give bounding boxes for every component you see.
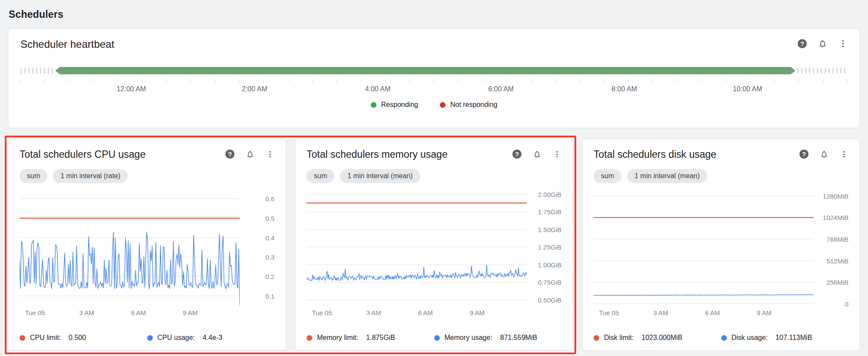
add-alert-bell-icon[interactable] [818,39,827,48]
legend-item-limit: CPU limit: 0.500 [20,334,147,342]
add-alert-bell-icon[interactable] [820,150,828,159]
help-icon[interactable]: ? [512,150,521,159]
card-actions: ? [225,150,274,159]
nodata-ticks-left [20,68,55,73]
card-actions: ? [798,39,848,48]
legend-item-limit: Disk limit: 1023.000MiB [594,334,721,342]
legend-item-responding: Responding [371,101,418,109]
y-tick-label: 0.75GiB [538,279,561,286]
y-tick-label: 0.1 [265,292,274,299]
legend-value: 4.4e-3 [203,334,222,342]
x-tick-label: 6 AM [131,309,146,316]
x-tick-label: 9 AM [757,309,772,316]
more-options-icon[interactable] [838,39,848,48]
usage-dot-icon [434,335,440,341]
legend-label: Disk limit: [604,334,634,342]
more-options-icon[interactable] [840,150,848,159]
y-tick-label: 1280MiB [823,192,848,200]
interval-chip[interactable]: 1 min interval (mean) [627,169,707,183]
x-tick-label: Tue 05 [312,309,332,316]
x-axis-labels: Tue 05 3 AM 6 AM 9 AM [307,309,527,319]
aggregation-chip[interactable]: sum [307,169,334,183]
legend-label: CPU limit: [30,334,61,342]
add-alert-bell-icon[interactable] [533,150,541,159]
legend-item-usage: CPU usage: 4.4e-3 [147,334,275,342]
x-tick-label: 6 AM [705,309,720,316]
add-alert-bell-icon[interactable] [246,150,254,159]
time-label: 4:00 AM [365,85,391,93]
aggregation-chip[interactable]: sum [20,169,47,183]
x-axis-labels: Tue 05 3 AM 6 AM 9 AM [20,309,240,319]
page-title: Schedulers [9,9,860,20]
y-tick-label: 0.2 [265,273,274,280]
legend-item-not-responding: Not responding [440,101,498,109]
not-responding-dot-icon [440,102,446,108]
y-tick-label: 0.6 [265,195,274,203]
limit-dot-icon [594,335,599,341]
usage-dot-icon [721,335,727,341]
chart-card-memory-usage: Total schedulers memory usage ? sum 1 mi… [295,139,573,351]
time-label: 12:00 AM [116,85,146,93]
help-icon[interactable]: ? [798,39,807,48]
help-icon[interactable]: ? [225,150,234,159]
heartbeat-bar-responding [55,67,795,74]
interval-chip[interactable]: 1 min interval (mean) [340,169,420,183]
help-icon[interactable]: ? [799,150,809,159]
y-tick-label: 1.00GiB [538,261,561,268]
legend-label: Memory limit: [317,334,358,342]
y-tick-label: 0.3 [265,253,274,261]
x-tick-label: Tue 05 [599,309,619,316]
chart-legend: Memory limit: 1.875GiB Memory usage: 871… [307,328,561,342]
responding-dot-icon [371,102,376,108]
x-tick-label: 3 AM [366,309,381,316]
time-label: 8:00 AM [611,85,637,93]
memory-usage-plot [307,190,527,306]
y-tick-label: 512MiB [826,257,848,264]
time-label: 6:00 AM [488,85,514,93]
card-actions: ? [512,150,561,159]
y-axis-labels: 2.00GiB1.75GiB1.50GiB1.25GiB1.00GiB0.75G… [527,190,561,306]
time-label: 10:00 AM [733,85,762,93]
heartbeat-timeline [20,67,848,74]
legend-item-usage: Memory usage: 871.559MiB [434,334,562,342]
disk-usage-plot [594,190,814,306]
card-actions: ? [799,150,848,159]
charts-row: Total schedulers CPU usage ? sum 1 min i… [8,139,860,351]
y-tick-label: 1.50GiB [538,226,561,233]
legend-label: Responding [381,101,418,109]
y-tick-label: 1024MiB [823,214,848,221]
y-tick-label: 768MiB [826,236,848,243]
y-axis-labels: 1280MiB1024MiB768MiB512MiB256MiB0 [814,190,848,306]
interval-chip[interactable]: 1 min interval (rate) [53,169,128,183]
x-axis-labels: Tue 05 3 AM 6 AM 9 AM [594,309,814,319]
cpu-usage-plot [20,190,240,306]
x-tick-label: 9 AM [183,309,198,316]
chart-legend: CPU limit: 0.500 CPU usage: 4.4e-3 [20,328,274,342]
chart-title: Total schedulers disk usage [594,149,716,160]
chart-card-cpu-usage: Total schedulers CPU usage ? sum 1 min i… [8,139,286,351]
chart-card-disk-usage: Total schedulers disk usage ? sum 1 min … [582,139,860,351]
legend-value: 1.875GiB [366,334,395,342]
y-axis-labels: 0.60.50.40.30.20.1 [240,190,274,306]
legend-item-usage: Disk usage: 107.113MiB [721,334,849,342]
usage-dot-icon [147,335,153,341]
more-options-icon[interactable] [553,150,561,159]
x-tick-label: 6 AM [418,309,433,316]
legend-value: 1023.000MiB [641,334,682,342]
chart-title: Total schedulers memory usage [307,149,448,160]
heartbeat-card: Scheduler heartbeat ? 12:00 AM 2:00 AM 4… [8,28,860,128]
time-axis-ticks [20,79,848,82]
legend-item-limit: Memory limit: 1.875GiB [307,334,434,342]
y-tick-label: 0.4 [265,234,274,241]
legend-value: 871.559MiB [500,334,537,342]
heartbeat-legend: Responding Not responding [20,101,848,109]
legend-label: Disk usage: [732,334,768,342]
legend-label: Not responding [450,101,498,109]
y-tick-label: 0.5 [265,214,274,222]
aggregation-chip[interactable]: sum [594,169,621,183]
more-options-icon[interactable] [266,150,274,159]
y-tick-label: 2.00GiB [538,190,561,198]
legend-label: Memory usage: [445,334,492,342]
limit-dot-icon [20,335,25,341]
y-tick-label: 1.25GiB [538,243,561,251]
